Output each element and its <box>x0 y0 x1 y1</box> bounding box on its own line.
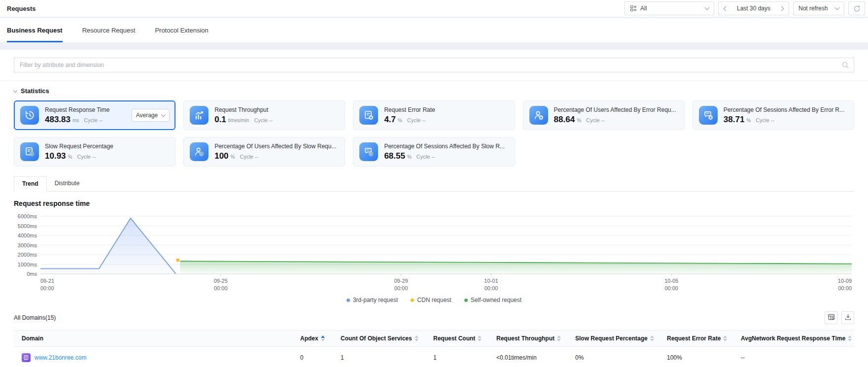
filter-input[interactable] <box>14 58 854 72</box>
column-label: Apdex <box>300 335 318 342</box>
stat-card-slow-request-percentage[interactable]: Slow Request Percentage10.93%Cycle -- <box>14 137 175 167</box>
column-label: Domain <box>22 335 43 342</box>
stat-card-percentage-of-users-affected-by-error-requ[interactable]: Percentage Of Users Affected By Error Re… <box>523 100 685 130</box>
stat-card-cycle: Cycle -- <box>756 117 774 123</box>
stat-card-body: Request Throughput0.1times/minCycle -- <box>214 106 339 125</box>
stat-card-percentage-of-users-affected-by-slow-requ[interactable]: Percentage Of Users Affected By Slow Req… <box>183 137 345 167</box>
column-header-count-of-object-services[interactable]: Count Of Object Services <box>333 331 425 347</box>
domains-header: All Domains(15) <box>14 311 854 324</box>
svg-text:00:00: 00:00 <box>664 285 678 291</box>
svg-text:3000ms: 3000ms <box>18 242 37 248</box>
stat-card-unit: % <box>407 154 412 160</box>
search-icon[interactable] <box>841 61 849 70</box>
scope-select[interactable]: All <box>625 1 714 15</box>
column-header-domain: Domain <box>14 331 292 347</box>
column-settings-button[interactable] <box>825 311 837 324</box>
stat-card-cycle: Cycle -- <box>407 117 426 123</box>
stat-card-body: Percentage Of Sessions Affected By Error… <box>724 106 848 125</box>
statistics-collapse-header[interactable]: Statistics <box>14 87 854 95</box>
stat-card-unit: % <box>398 118 402 123</box>
stat-card-body: Percentage Of Users Affected By Slow Req… <box>214 143 339 161</box>
cell-count-of-object-services: 1 <box>333 347 425 367</box>
view-tab-distribute[interactable]: Distribute <box>47 176 88 191</box>
tab-business-request[interactable]: Business Request <box>7 18 63 42</box>
sort-icon[interactable] <box>415 335 418 341</box>
chevron-right-icon <box>779 6 784 11</box>
sort-icon[interactable] <box>557 335 561 341</box>
user-clock-icon <box>190 142 208 161</box>
sort-icon[interactable] <box>650 335 654 341</box>
aggregation-select[interactable]: Average <box>132 109 170 122</box>
legend-item-3rd-party-request[interactable]: 3rd-party request <box>347 297 398 303</box>
doc-clock-icon <box>20 142 39 161</box>
prev-period-button[interactable] <box>719 2 731 15</box>
legend-label: Self-owned request <box>471 297 521 303</box>
stat-card-cycle: Cycle -- <box>254 117 273 123</box>
stat-card-unit: % <box>746 118 751 123</box>
page-title: Requests <box>7 5 36 12</box>
stat-card-unit: times/min <box>228 118 249 123</box>
stat-card-value: 0.1 <box>214 115 226 125</box>
domains-table: DomainApdexCount Of Object ServicesReque… <box>14 330 854 367</box>
chevron-down-icon <box>835 5 840 10</box>
table-row: www.21bonree.com011<0.01times/min0%100%-… <box>14 347 854 367</box>
sort-icon[interactable] <box>723 335 727 341</box>
stat-card-request-throughput[interactable]: Request Throughput0.1times/minCycle -- <box>183 100 345 130</box>
stat-card-request-response-time[interactable]: Request Response Time483.83msCycle --Ave… <box>14 100 175 130</box>
statistics-cards: Request Response Time483.83msCycle --Ave… <box>14 100 854 167</box>
legend-label: 3rd-party request <box>353 297 398 303</box>
column-header-apdex[interactable]: Apdex <box>292 331 333 347</box>
svg-text:09-29: 09-29 <box>394 278 408 284</box>
download-icon <box>844 313 852 322</box>
refresh-icon <box>853 5 861 12</box>
legend-dot <box>464 299 468 302</box>
svg-text:09-21: 09-21 <box>40 278 54 284</box>
stat-card-request-error-rate[interactable]: Request Error Rate4.7%Cycle -- <box>353 100 515 130</box>
download-button[interactable] <box>841 311 854 324</box>
refresh-button[interactable] <box>848 1 865 15</box>
column-header-avgnetwork-request-response-time[interactable]: AvgNetwork Request Response Time <box>733 331 854 347</box>
sort-icon[interactable] <box>478 335 482 341</box>
cell-request-error-rate: 100% <box>659 347 733 367</box>
column-header-request-error-rate[interactable]: Request Error Rate <box>659 331 733 347</box>
stat-card-body: Percentage Of Users Affected By Error Re… <box>554 106 678 125</box>
column-header-request-count[interactable]: Request Count <box>425 331 488 347</box>
column-settings-icon <box>828 313 835 322</box>
chevron-left-icon <box>723 6 728 11</box>
table-body: www.21bonree.com011<0.01times/min0%100%-… <box>14 347 854 367</box>
stat-card-label: Percentage Of Sessions Affected By Slow … <box>384 143 508 150</box>
refresh-interval-value: Not refresh <box>799 5 828 12</box>
column-header-slow-request-percentage[interactable]: Slow Request Percentage <box>567 331 659 347</box>
legend-item-self-owned-request[interactable]: Self-owned request <box>464 297 521 303</box>
legend-item-cdn-request[interactable]: CDN request <box>411 297 451 303</box>
chart-legend: 3rd-party requestCDN requestSelf-owned r… <box>14 297 854 303</box>
sort-icon[interactable] <box>321 335 325 341</box>
time-range-control: Last 30 days <box>718 1 789 15</box>
domain-link[interactable]: www.21bonree.com <box>35 354 86 361</box>
stat-card-percentage-of-sessions-affected-by-error-r[interactable]: Percentage Of Sessions Affected By Error… <box>693 100 854 130</box>
time-range-label[interactable]: Last 30 days <box>737 5 770 12</box>
view-tab-trend[interactable]: Trend <box>14 176 47 192</box>
chart-title: Request response time <box>14 200 854 207</box>
stat-card-value: 4.7 <box>384 115 396 125</box>
svg-text:6000ms: 6000ms <box>18 213 37 219</box>
stat-card-label: Request Error Rate <box>384 106 508 113</box>
divider <box>0 80 868 81</box>
user-error-icon <box>529 106 548 125</box>
main-tab-bar: Business RequestResource RequestProtocol… <box>0 18 868 43</box>
stat-card-value: 68.55 <box>384 151 405 161</box>
next-period-button[interactable] <box>776 2 789 15</box>
stat-card-percentage-of-sessions-affected-by-slow-r[interactable]: Percentage Of Sessions Affected By Slow … <box>353 137 515 167</box>
sort-icon[interactable] <box>848 335 852 341</box>
svg-text:1000ms: 1000ms <box>18 262 37 267</box>
stat-card-value: 100 <box>214 151 228 161</box>
svg-text:10-09: 10-09 <box>838 278 852 284</box>
refresh-interval-select[interactable]: Not refresh <box>793 1 844 15</box>
apps-icon <box>630 5 637 12</box>
stat-card-unit: % <box>231 154 235 160</box>
bar-chart-up-icon <box>190 106 208 125</box>
tab-protocol-extension[interactable]: Protocol Extension <box>155 18 208 42</box>
tab-resource-request[interactable]: Resource Request <box>82 18 136 42</box>
cell-domain[interactable]: www.21bonree.com <box>14 347 292 367</box>
column-header-request-throughput[interactable]: Request Throughput <box>488 331 567 347</box>
